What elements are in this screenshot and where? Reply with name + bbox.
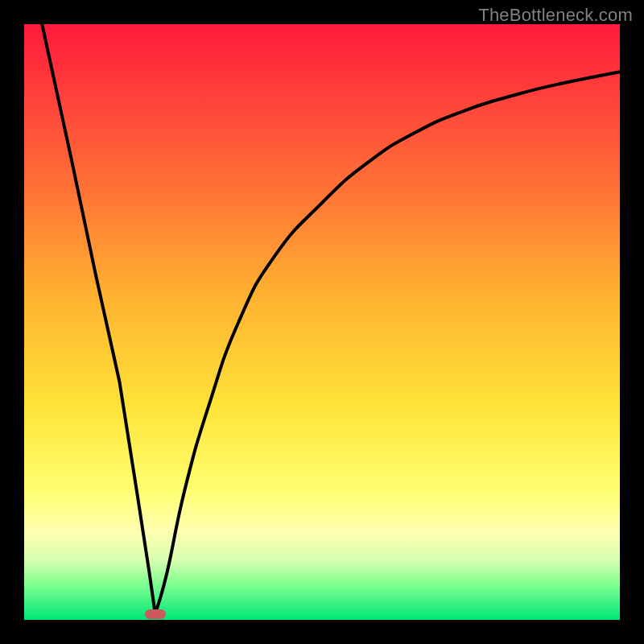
optimum-marker (145, 609, 166, 619)
watermark-text: TheBottleneck.com (478, 5, 633, 26)
bottleneck-curve (24, 24, 620, 620)
curve-path (42, 24, 620, 614)
